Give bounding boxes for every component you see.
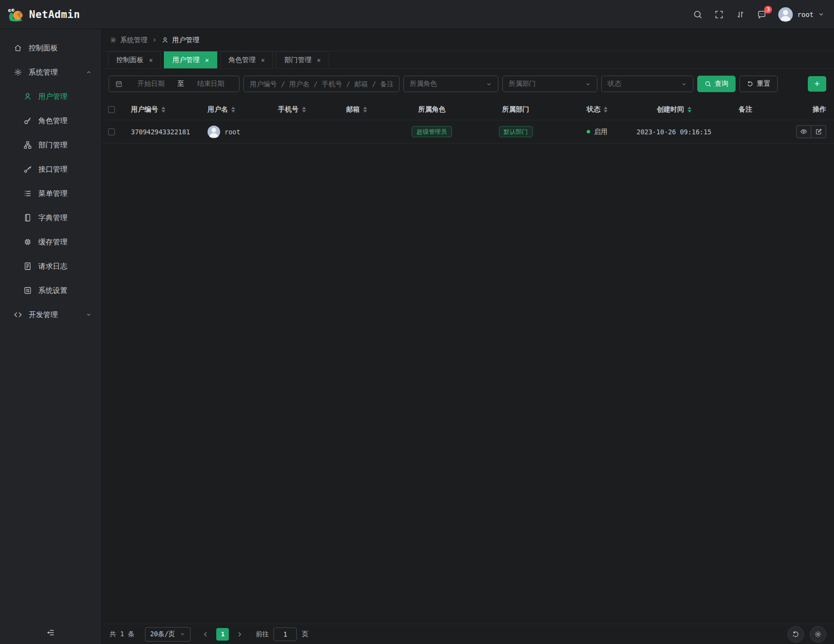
sort-icon[interactable] bbox=[604, 107, 608, 113]
sidebar-item-label: 角色管理 bbox=[38, 116, 67, 126]
refresh-icon bbox=[747, 80, 754, 87]
reload-table-button[interactable] bbox=[787, 626, 804, 643]
tab-label: 控制面板 bbox=[116, 56, 144, 64]
sort-icon-active-desc[interactable] bbox=[688, 107, 691, 113]
col-user-id[interactable]: 用户编号 bbox=[121, 105, 204, 114]
col-email[interactable]: 邮箱 bbox=[322, 105, 391, 114]
goto-label: 前往 bbox=[256, 630, 269, 639]
filter-toolbar: 开始日期 至 结束日期 所属角色 所属部门 状态 查询 bbox=[102, 69, 834, 99]
user-icon bbox=[161, 36, 169, 44]
sidebar-item-label: 接口管理 bbox=[38, 165, 67, 174]
table-settings-button[interactable] bbox=[810, 626, 826, 643]
chevron-up-icon bbox=[86, 69, 92, 75]
menu-list-icon bbox=[23, 189, 32, 198]
sidebar-item-departments[interactable]: 部门管理 bbox=[0, 133, 101, 157]
role-select[interactable]: 所属角色 bbox=[403, 76, 498, 92]
col-phone[interactable]: 手机号 bbox=[262, 105, 322, 114]
col-operations: 操作 bbox=[778, 105, 834, 114]
eye-icon bbox=[800, 128, 807, 135]
status-select-placeholder: 状态 bbox=[608, 80, 621, 88]
app-header: NetAdmin 3 root bbox=[0, 0, 834, 29]
sidebar-item-dictionary[interactable]: 字典管理 bbox=[0, 206, 101, 230]
swap-arrows-icon[interactable] bbox=[736, 10, 745, 19]
tab-label: 部门管理 bbox=[284, 56, 311, 64]
row-checkbox[interactable] bbox=[108, 129, 115, 135]
home-icon bbox=[14, 44, 22, 52]
current-page-button[interactable]: 1 bbox=[216, 628, 229, 641]
page-size-select[interactable]: 20条/页 bbox=[145, 627, 191, 642]
cell-dept: 默认部门 bbox=[472, 126, 559, 137]
sidebar-item-development[interactable]: 开发管理 bbox=[0, 303, 101, 327]
current-user-name: root bbox=[797, 11, 814, 18]
sidebar-item-api[interactable]: 接口管理 bbox=[0, 157, 101, 181]
sidebar-item-menus[interactable]: 菜单管理 bbox=[0, 181, 101, 206]
fullscreen-icon[interactable] bbox=[714, 10, 724, 19]
add-user-button[interactable]: + bbox=[808, 76, 826, 92]
gear-icon bbox=[110, 36, 117, 44]
sidebar-item-users[interactable]: 用户管理 bbox=[0, 84, 101, 109]
sort-icon[interactable] bbox=[302, 107, 306, 113]
dept-select[interactable]: 所属部门 bbox=[502, 76, 597, 92]
close-icon[interactable]: × bbox=[317, 57, 321, 64]
avatar bbox=[208, 126, 220, 138]
calendar-icon bbox=[115, 80, 123, 88]
sidebar-item-dashboard[interactable]: 控制面板 bbox=[0, 36, 101, 60]
sidebar-item-label: 系统管理 bbox=[29, 68, 58, 77]
reset-button[interactable]: 重置 bbox=[739, 76, 778, 92]
chevron-down-icon bbox=[818, 11, 824, 17]
code-icon bbox=[14, 310, 22, 319]
sidebar-item-cache[interactable]: 缓存管理 bbox=[0, 230, 101, 254]
table-header-row: 用户编号 用户名 手机号 邮箱 所属角色 bbox=[102, 99, 834, 120]
col-remark: 备注 bbox=[713, 105, 778, 114]
edit-row-button[interactable] bbox=[811, 125, 826, 138]
tab-departments[interactable]: 部门管理 × bbox=[276, 51, 329, 68]
col-username[interactable]: 用户名 bbox=[204, 105, 262, 114]
tab-dashboard[interactable]: 控制面板 × bbox=[108, 51, 161, 68]
search-button-label: 查询 bbox=[715, 80, 728, 88]
tab-roles[interactable]: 角色管理 × bbox=[220, 51, 273, 68]
search-icon[interactable] bbox=[693, 10, 703, 19]
prev-page-button[interactable] bbox=[202, 631, 209, 638]
next-page-button[interactable] bbox=[236, 631, 243, 638]
sidebar-item-label: 系统设置 bbox=[38, 286, 67, 295]
col-created[interactable]: 创建时间 bbox=[635, 105, 713, 114]
status-dot bbox=[587, 130, 590, 133]
date-end-placeholder[interactable]: 结束日期 bbox=[188, 80, 233, 88]
sort-icon[interactable] bbox=[161, 107, 165, 113]
status-label: 启用 bbox=[594, 128, 608, 136]
sidebar-item-roles[interactable]: 角色管理 bbox=[0, 109, 101, 133]
date-start-placeholder[interactable]: 开始日期 bbox=[128, 80, 174, 88]
tab-label: 角色管理 bbox=[228, 56, 256, 64]
goto-page-input[interactable] bbox=[273, 628, 297, 641]
close-icon[interactable]: × bbox=[261, 57, 265, 64]
sort-icon[interactable] bbox=[231, 107, 235, 113]
main-area: 系统管理 用户管理 控制面板 × 用户管理 × 角色管理 × 部门管 bbox=[102, 29, 834, 644]
breadcrumb-item-system[interactable]: 系统管理 bbox=[110, 36, 147, 45]
role-tag: 超级管理员 bbox=[412, 126, 452, 137]
book-icon bbox=[23, 213, 32, 222]
sort-icon[interactable] bbox=[363, 107, 367, 113]
select-all-checkbox[interactable] bbox=[108, 106, 115, 113]
close-icon[interactable]: × bbox=[149, 57, 153, 64]
tab-users[interactable]: 用户管理 × bbox=[164, 51, 217, 68]
sidebar-item-request-logs[interactable]: 请求日志 bbox=[0, 254, 101, 278]
col-status[interactable]: 状态 bbox=[559, 105, 635, 114]
collapse-sidebar-icon[interactable] bbox=[46, 628, 55, 637]
cell-username: root bbox=[204, 126, 262, 138]
sidebar-item-settings[interactable]: 系统设置 bbox=[0, 278, 101, 303]
dept-select-placeholder: 所属部门 bbox=[509, 80, 536, 88]
messages-button[interactable]: 3 bbox=[757, 10, 767, 19]
date-range-picker[interactable]: 开始日期 至 结束日期 bbox=[109, 76, 240, 92]
plus-icon: + bbox=[814, 79, 819, 89]
log-file-icon bbox=[23, 262, 32, 271]
sidebar-item-system[interactable]: 系统管理 bbox=[0, 60, 101, 84]
sliders-icon bbox=[23, 286, 32, 295]
close-icon[interactable]: × bbox=[205, 57, 208, 64]
sidebar-item-label: 缓存管理 bbox=[38, 238, 67, 247]
users-table: 用户编号 用户名 手机号 邮箱 所属角色 bbox=[102, 99, 834, 144]
user-menu[interactable]: root bbox=[778, 7, 824, 22]
status-select[interactable]: 状态 bbox=[601, 76, 693, 92]
search-button[interactable]: 查询 bbox=[697, 76, 736, 92]
view-row-button[interactable] bbox=[796, 125, 811, 138]
keyword-search-input[interactable] bbox=[244, 76, 399, 92]
